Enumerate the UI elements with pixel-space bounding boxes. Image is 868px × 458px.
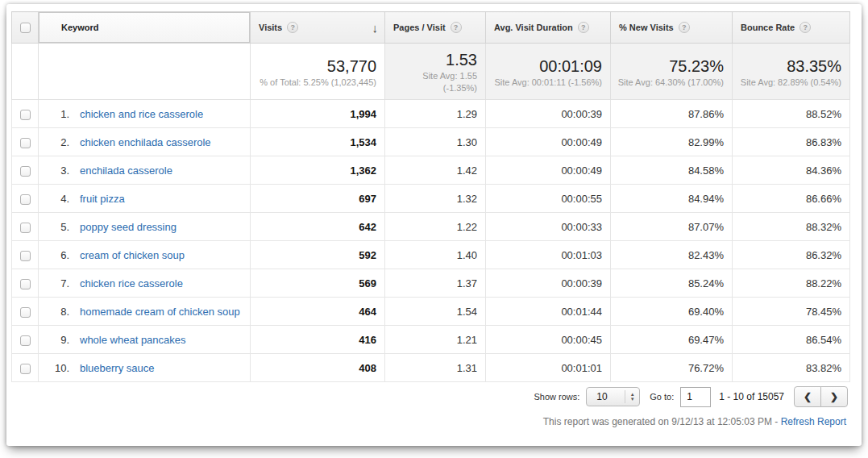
- new-visits-cell: 85.24%: [611, 269, 733, 298]
- table-row: 6.cream of chicken soup 592 1.40 00:01:0…: [12, 241, 850, 269]
- row-checkbox[interactable]: [20, 279, 31, 289]
- previous-page-button[interactable]: ❮: [794, 386, 821, 407]
- new-visits-cell: 87.86%: [611, 100, 733, 128]
- help-icon[interactable]: ?: [679, 22, 690, 33]
- goto-page-input[interactable]: [680, 387, 711, 407]
- table-row: 2.chicken enchilada casserole 1,534 1.30…: [12, 128, 850, 156]
- keyword-link[interactable]: chicken rice casserole: [80, 277, 183, 289]
- table-row: 10.blueberry sauce 408 1.31 00:01:01 76.…: [12, 354, 850, 382]
- avg-visit-duration-cell: 00:01:01: [486, 354, 611, 382]
- table-row: 3.enchilada casserole 1,362 1.42 00:00:4…: [12, 156, 850, 185]
- row-rank: 1.: [48, 108, 69, 120]
- visits-cell: 416: [251, 326, 385, 354]
- column-header-bounce-rate[interactable]: Bounce Rate ?: [733, 12, 850, 44]
- pages-visit-cell: 1.30: [385, 128, 486, 156]
- bounce-rate-cell: 88.22%: [733, 269, 850, 298]
- sort-descending-icon[interactable]: ↓: [372, 21, 379, 35]
- goto-label: Go to:: [650, 392, 674, 402]
- keyword-cell: 3.enchilada casserole: [39, 156, 251, 185]
- column-header-keyword[interactable]: Keyword: [39, 12, 251, 44]
- visits-cell: 1,362: [251, 156, 385, 185]
- help-icon[interactable]: ?: [287, 22, 298, 33]
- row-checkbox[interactable]: [20, 194, 31, 205]
- row-checkbox-cell: [12, 326, 39, 354]
- select-all-checkbox[interactable]: [20, 23, 31, 33]
- column-header-visits[interactable]: Visits ? ↓: [251, 12, 385, 44]
- row-checkbox[interactable]: [20, 251, 31, 261]
- summary-visits: 53,770 % of Total: 5.25% (1,023,445): [251, 44, 385, 100]
- bounce-rate-cell: 88.52%: [733, 100, 850, 128]
- new-visits-cell: 84.58%: [611, 156, 733, 185]
- table-row: 8.homemade cream of chicken soup 464 1.5…: [12, 298, 850, 326]
- refresh-report-link[interactable]: Refresh Report: [781, 416, 846, 427]
- avg-visit-duration-cell: 00:00:33: [486, 213, 611, 241]
- show-rows-select[interactable]: 10 ▲▼: [586, 387, 640, 406]
- new-visits-cell: 84.94%: [611, 185, 733, 213]
- help-icon[interactable]: ?: [451, 22, 462, 33]
- avg-visit-duration-cell: 00:01:03: [486, 241, 611, 269]
- help-icon[interactable]: ?: [578, 22, 589, 33]
- new-visits-cell: 82.99%: [611, 128, 733, 156]
- bounce-rate-cell: 84.36%: [733, 156, 850, 185]
- row-checkbox[interactable]: [20, 138, 31, 148]
- row-checkbox-cell: [12, 156, 39, 185]
- row-rank: 10.: [48, 362, 69, 374]
- row-rank: 9.: [48, 334, 69, 346]
- table-row: 4.fruit pizza 697 1.32 00:00:55 84.94% 8…: [12, 185, 850, 213]
- row-rank: 8.: [48, 306, 69, 318]
- row-checkbox[interactable]: [20, 223, 31, 233]
- pages-visit-cell: 1.32: [385, 185, 486, 213]
- next-page-button[interactable]: ❯: [820, 386, 848, 407]
- row-checkbox-cell: [12, 128, 39, 156]
- keyword-link[interactable]: chicken and rice casserole: [80, 108, 203, 120]
- summary-avg-visit-duration: 00:01:09 Site Avg: 00:01:11 (-1.56%): [486, 44, 611, 100]
- new-visits-cell: 76.72%: [611, 354, 733, 382]
- keyword-column-label: Keyword: [61, 23, 98, 32]
- table-row: 5.poppy seed dressing 642 1.22 00:00:33 …: [12, 213, 850, 241]
- keyword-cell: 10.blueberry sauce: [39, 354, 251, 382]
- keyword-link[interactable]: chicken enchilada casserole: [80, 136, 211, 148]
- row-checkbox[interactable]: [20, 307, 31, 318]
- bounce-rate-cell: 86.32%: [733, 241, 850, 269]
- column-header-avg-visit-duration[interactable]: Avg. Visit Duration ?: [486, 12, 611, 44]
- row-checkbox-cell: [12, 298, 39, 326]
- row-checkbox-cell: [12, 185, 39, 213]
- keyword-cell: 2.chicken enchilada casserole: [39, 128, 251, 156]
- pages-visit-cell: 1.37: [385, 269, 486, 298]
- row-checkbox[interactable]: [20, 335, 31, 346]
- table-row: 9.whole wheat pancakes 416 1.21 00:00:45…: [12, 326, 850, 354]
- row-range-text: 1 - 10 of 15057: [719, 391, 784, 402]
- row-checkbox-cell: [12, 354, 39, 382]
- keyword-link[interactable]: fruit pizza: [80, 193, 125, 205]
- avg-visit-duration-cell: 00:00:39: [486, 269, 611, 298]
- keyword-link[interactable]: blueberry sauce: [80, 362, 155, 374]
- row-checkbox[interactable]: [20, 110, 31, 120]
- avg-visit-duration-cell: 00:00:49: [486, 156, 611, 185]
- keyword-link[interactable]: homemade cream of chicken soup: [80, 306, 240, 318]
- keyword-link[interactable]: whole wheat pancakes: [80, 334, 186, 346]
- row-checkbox-cell: [12, 100, 39, 128]
- keyword-cell: 6.cream of chicken soup: [39, 241, 251, 269]
- primary-dimension-button[interactable]: Keyword: [39, 12, 250, 43]
- column-header-new-visits[interactable]: % New Visits ?: [611, 12, 733, 44]
- keyword-link[interactable]: poppy seed dressing: [80, 221, 177, 233]
- row-checkbox-cell: [12, 269, 39, 298]
- table-header-row: Keyword Visits ? ↓ Pages / Visit ?: [12, 12, 850, 44]
- spinner-icon: ▲▼: [625, 390, 639, 403]
- avg-visit-duration-cell: 00:00:45: [486, 326, 611, 354]
- row-rank: 3.: [48, 164, 69, 177]
- show-rows-label: Show rows:: [534, 392, 579, 402]
- report-generated-line: This report was generated on 9/12/13 at …: [11, 411, 849, 427]
- keyword-link[interactable]: enchilada casserole: [80, 164, 172, 177]
- row-checkbox[interactable]: [20, 364, 31, 374]
- row-checkbox-cell: [12, 213, 39, 241]
- visits-cell: 569: [251, 269, 385, 298]
- row-rank: 2.: [48, 136, 69, 148]
- column-header-pages-visit[interactable]: Pages / Visit ?: [385, 12, 486, 44]
- pages-visit-cell: 1.54: [385, 298, 486, 326]
- avg-visit-duration-cell: 00:01:44: [486, 298, 611, 326]
- row-checkbox[interactable]: [20, 166, 31, 177]
- keyword-cell: 9.whole wheat pancakes: [39, 326, 251, 354]
- keyword-link[interactable]: cream of chicken soup: [80, 249, 185, 261]
- help-icon[interactable]: ?: [799, 22, 811, 33]
